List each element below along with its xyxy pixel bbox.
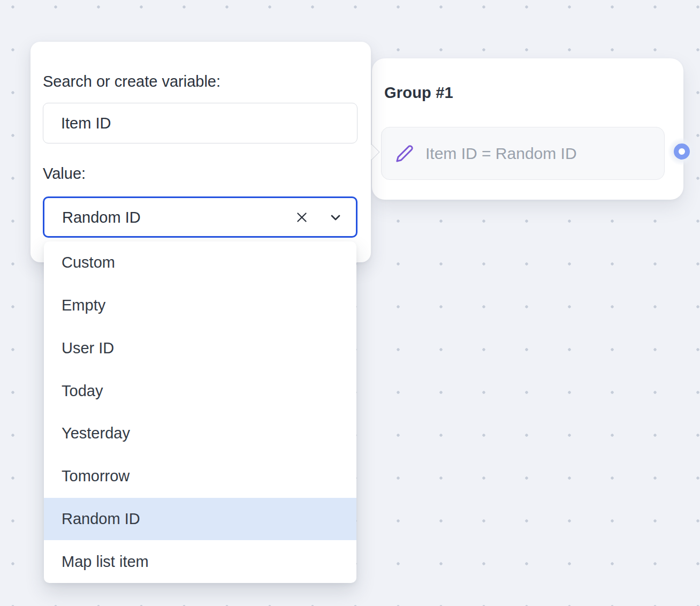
group-card: Group #1 Item ID = Random ID	[372, 58, 683, 200]
chevron-down-icon[interactable]	[324, 206, 347, 229]
dropdown-option-empty[interactable]: Empty	[44, 284, 356, 327]
search-variable-label: Search or create variable:	[43, 73, 220, 90]
group-title: Group #1	[384, 84, 453, 102]
dropdown-option-user-id[interactable]: User ID	[44, 327, 356, 370]
dropdown-option-random-id[interactable]: Random ID	[44, 498, 356, 541]
variable-name-input[interactable]	[43, 103, 357, 143]
dropdown-option-map-list-item[interactable]: Map list item	[44, 540, 356, 583]
output-port-handle[interactable]	[674, 143, 690, 160]
dropdown-option-today[interactable]: Today	[44, 369, 356, 412]
value-label: Value:	[43, 165, 86, 183]
pencil-icon	[395, 145, 414, 163]
condition-text: Item ID = Random ID	[425, 145, 577, 163]
dropdown-option-yesterday[interactable]: Yesterday	[44, 412, 356, 455]
dropdown-option-tomorrow[interactable]: Tomorrow	[44, 455, 356, 498]
value-select-current: Random ID	[62, 208, 141, 226]
condition-item[interactable]: Item ID = Random ID	[381, 127, 665, 180]
dropdown-option-custom[interactable]: Custom	[44, 241, 356, 284]
clear-icon[interactable]	[290, 206, 314, 229]
variable-editor-popup: Search or create variable: Value: Random…	[31, 42, 371, 262]
value-select[interactable]: Random ID	[43, 196, 357, 238]
flow-canvas[interactable]: Group #1 Item ID = Random ID Search or c…	[0, 0, 700, 606]
value-options-dropdown: Custom Empty User ID Today Yesterday Tom…	[44, 241, 356, 583]
